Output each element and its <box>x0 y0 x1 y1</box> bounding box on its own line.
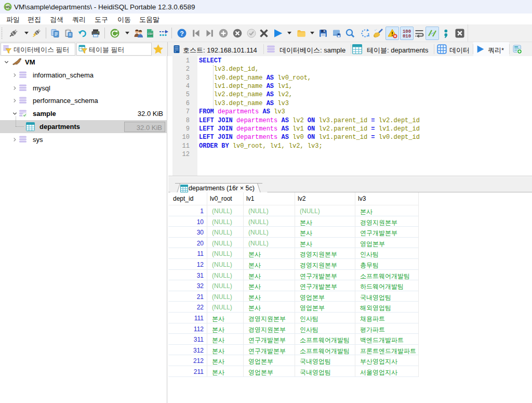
svg-text:010: 010 <box>403 34 411 38</box>
svg-text:HS: HS <box>5 5 10 9</box>
svg-text:CSV: CSV <box>148 33 153 35</box>
svg-text:?: ? <box>180 30 184 37</box>
